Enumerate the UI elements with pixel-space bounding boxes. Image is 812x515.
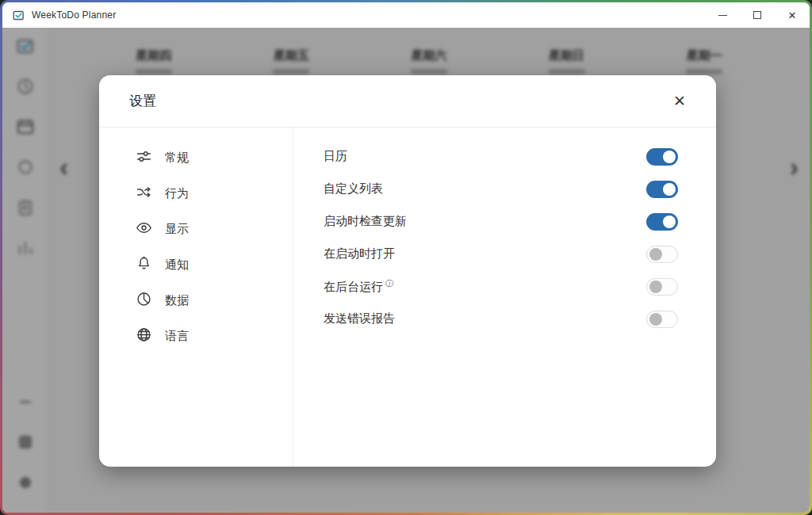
toggle-check-updates[interactable] [646, 213, 678, 231]
setting-row-check-updates: 启动时检查更新 [324, 205, 678, 238]
toggle-knob [649, 248, 662, 261]
shuffle-icon [136, 184, 152, 204]
setting-row-run-in-background: 在后台运行ⓘ [324, 270, 678, 303]
minimize-icon [718, 15, 727, 16]
menu-item-label: 常规 [165, 151, 189, 166]
sliders-icon [136, 148, 152, 168]
close-button[interactable]: ✕ [775, 2, 810, 28]
setting-label: 发送错误报告 [324, 311, 395, 326]
setting-label: 在启动时打开 [324, 246, 395, 261]
toggle-open-at-startup[interactable] [646, 246, 678, 263]
settings-modal: 设置 ✕ 常规 行为 显示 通知 数据 语言 日历 自定义列表 [99, 75, 716, 467]
window-controls: ✕ [705, 2, 810, 28]
menu-item-display[interactable]: 显示 [136, 212, 293, 247]
menu-item-label: 语言 [165, 329, 189, 344]
menu-item-label: 显示 [165, 222, 189, 237]
toggle-knob [649, 280, 662, 293]
toggle-custom-lists[interactable] [646, 181, 678, 198]
menu-item-behavior[interactable]: 行为 [136, 176, 293, 212]
settings-panel: 日历 自定义列表 启动时检查更新 在启动时打开 在后台运行ⓘ 发送错误报告 [293, 128, 716, 467]
titlebar: WeekToDo Planner ✕ [2, 2, 810, 28]
maximize-icon [753, 11, 761, 19]
modal-close-button[interactable]: ✕ [667, 90, 692, 112]
setting-label: 在后台运行ⓘ [324, 278, 393, 295]
setting-label: 日历 [324, 149, 347, 164]
menu-item-general[interactable]: 常规 [136, 140, 293, 176]
close-icon: ✕ [788, 10, 797, 21]
menu-item-notifications[interactable]: 通知 [136, 247, 293, 283]
modal-title: 设置 [129, 92, 156, 110]
window-title: WeekToDo Planner [32, 10, 116, 21]
toggle-run-in-background[interactable] [646, 278, 678, 296]
modal-body: 常规 行为 显示 通知 数据 语言 日历 自定义列表 启动时检查更新 [99, 128, 716, 467]
info-icon[interactable]: ⓘ [385, 279, 393, 288]
setting-row-open-at-startup: 在启动时打开 [324, 238, 678, 270]
menu-item-label: 通知 [165, 258, 189, 273]
setting-row-calendar: 日历 [324, 140, 678, 173]
setting-label: 自定义列表 [324, 181, 383, 196]
minimize-button[interactable] [705, 2, 740, 28]
setting-row-custom-lists: 自定义列表 [324, 173, 678, 205]
settings-menu: 常规 行为 显示 通知 数据 语言 [99, 128, 293, 467]
modal-header: 设置 ✕ [99, 75, 716, 128]
menu-item-label: 行为 [165, 186, 189, 201]
app-icon [12, 10, 25, 21]
eye-icon [136, 219, 152, 239]
maximize-button[interactable] [740, 2, 775, 28]
bell-icon [136, 255, 152, 275]
globe-icon [136, 326, 152, 346]
menu-item-label: 数据 [165, 293, 189, 308]
toggle-send-error-reports[interactable] [646, 311, 678, 328]
menu-item-language[interactable]: 语言 [136, 319, 293, 354]
capture-frame: WeekToDo Planner ✕ ‹ › 星期四 星期五 星期六 星期日 星… [0, 0, 812, 515]
setting-label: 启动时检查更新 [324, 214, 407, 229]
pie-chart-icon [136, 291, 152, 311]
menu-item-data[interactable]: 数据 [136, 283, 293, 319]
toggle-knob [663, 216, 676, 228]
toggle-knob [663, 183, 676, 196]
app-window: WeekToDo Planner ✕ ‹ › 星期四 星期五 星期六 星期日 星… [2, 2, 810, 513]
toggle-calendar[interactable] [646, 148, 678, 166]
toggle-knob [649, 313, 662, 326]
setting-row-send-error-reports: 发送错误报告 [324, 303, 678, 335]
toggle-knob [663, 151, 676, 163]
